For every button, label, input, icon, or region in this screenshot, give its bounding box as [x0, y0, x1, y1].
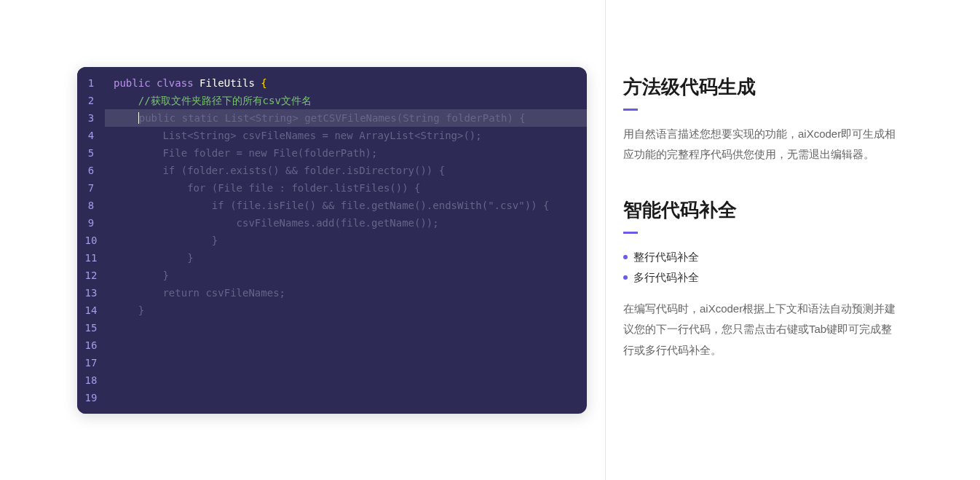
line-number: 4 — [77, 127, 105, 144]
bullet-dot-icon — [623, 275, 628, 280]
main-container: 1 2 3 4 5 6 7 8 9 10 11 12 13 14 15 16 1… — [0, 67, 980, 414]
line-number: 3 — [77, 109, 105, 127]
line-number: 1 — [77, 74, 105, 92]
code-line: return csvFileNames; — [114, 284, 578, 302]
line-number: 18 — [77, 371, 105, 389]
bullet-text: 整行代码补全 — [633, 247, 699, 268]
code-line: List<String> csvFileNames = new ArrayLis… — [114, 127, 578, 144]
title-underline — [623, 232, 638, 234]
bullet-list: 整行代码补全 多行代码补全 — [623, 247, 903, 288]
code-content[interactable]: public clvass FileUtils { //获取文件夹路径下的所有c… — [105, 67, 587, 414]
line-number-gutter: 1 2 3 4 5 6 7 8 9 10 11 12 13 14 15 16 1… — [77, 67, 105, 414]
code-line — [114, 389, 578, 406]
bullet-dot-icon — [623, 255, 628, 259]
section-title: 智能代码补全 — [623, 197, 903, 223]
code-line — [114, 354, 578, 371]
code-line: } — [114, 302, 578, 319]
code-line: public clvass FileUtils { — [114, 74, 578, 92]
code-line: for (File file : folder.listFiles()) { — [114, 179, 578, 197]
bullet-text: 多行代码补全 — [633, 267, 699, 288]
code-line: if (folder.exists() && folder.isDirector… — [114, 162, 578, 179]
line-number: 5 — [77, 144, 105, 162]
line-number: 15 — [77, 319, 105, 337]
feature-section-completion: 智能代码补全 整行代码补全 多行代码补全 在编写代码时，aiXcoder根据上下… — [623, 197, 903, 361]
line-number: 6 — [77, 162, 105, 179]
line-number: 13 — [77, 284, 105, 302]
line-number: 2 — [77, 92, 105, 109]
line-number: 14 — [77, 302, 105, 319]
code-line: csvFileNames.add(file.getName()); — [114, 214, 578, 232]
section-description: 用自然语言描述您想要实现的功能，aiXcoder即可生成相应功能的完整程序代码供… — [623, 124, 903, 165]
code-editor[interactable]: 1 2 3 4 5 6 7 8 9 10 11 12 13 14 15 16 1… — [77, 67, 587, 414]
bullet-item: 多行代码补全 — [623, 267, 903, 288]
section-title: 方法级代码生成 — [623, 74, 903, 100]
code-line: File folder = new File(folderPath); — [114, 144, 578, 162]
line-number: 16 — [77, 337, 105, 354]
features-panel: 方法级代码生成 用自然语言描述您想要实现的功能，aiXcoder即可生成相应功能… — [623, 67, 980, 393]
line-number: 8 — [77, 197, 105, 214]
code-line — [114, 337, 578, 354]
code-line — [114, 319, 578, 337]
line-number: 11 — [77, 249, 105, 267]
line-number: 17 — [77, 354, 105, 371]
line-number: 10 — [77, 232, 105, 249]
code-line: } — [114, 249, 578, 267]
code-line: } — [114, 267, 578, 284]
bullet-item: 整行代码补全 — [623, 247, 903, 268]
feature-section-generation: 方法级代码生成 用自然语言描述您想要实现的功能，aiXcoder即可生成相应功能… — [623, 74, 903, 165]
line-number: 7 — [77, 179, 105, 197]
code-line: if (file.isFile() && file.getName().ends… — [114, 197, 578, 214]
line-number: 19 — [77, 389, 105, 406]
vertical-divider — [605, 0, 606, 480]
code-line-active: public static List<String> getCSVFileNam… — [105, 109, 587, 127]
title-underline — [623, 109, 638, 111]
code-line — [114, 371, 578, 389]
code-line: } — [114, 232, 578, 249]
code-line: //获取文件夹路径下的所有csv文件名 — [114, 92, 578, 109]
line-number: 9 — [77, 214, 105, 232]
line-number: 12 — [77, 267, 105, 284]
section-description: 在编写代码时，aiXcoder根据上下文和语法自动预测并建议您的下一行代码，您只… — [623, 299, 903, 361]
